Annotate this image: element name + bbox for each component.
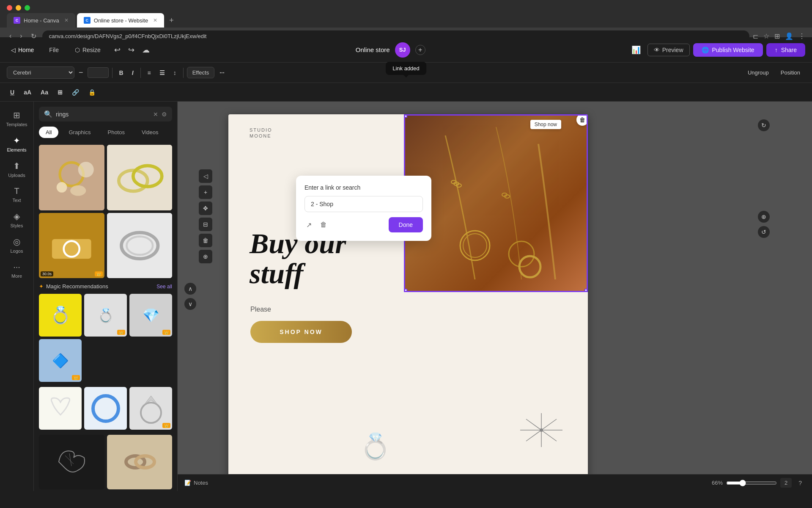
link-button[interactable]: 🔗 (69, 87, 82, 98)
font-size-input[interactable] (88, 67, 109, 78)
sidebar-item-text[interactable]: T Text (0, 183, 33, 206)
browser-tab-1[interactable]: C Home - Canva ✕ (7, 13, 75, 28)
sidebar-item-uploads[interactable]: ⬆ Uploads (0, 157, 33, 181)
sidebar-item-elements[interactable]: ✦ Elements (0, 132, 33, 156)
file-menu-button[interactable]: File (43, 44, 65, 56)
back-button[interactable]: ‹ (7, 30, 14, 41)
extension-icon[interactable]: ⊞ (774, 32, 780, 40)
maximize-traffic-light[interactable] (25, 5, 30, 11)
magic-item-1[interactable]: 💍 (39, 294, 82, 337)
profile-icon[interactable]: 👤 (785, 32, 793, 40)
add-page-button[interactable]: ⊕ (199, 250, 212, 263)
link-input-field[interactable] (304, 196, 423, 212)
filter-icon[interactable]: ⚙ (162, 111, 167, 118)
frame-button[interactable]: ⊟ (199, 218, 212, 231)
delete-link-button[interactable]: 🗑 (318, 219, 329, 231)
italic-button[interactable]: I (129, 67, 137, 78)
trash-button[interactable]: 🗑 (199, 234, 212, 247)
home-button[interactable]: ◁ Home (7, 44, 38, 56)
result-image-1[interactable] (39, 145, 104, 210)
search-input[interactable] (56, 111, 150, 118)
decrease-font-size[interactable]: − (76, 66, 86, 79)
spacing-dots-button[interactable]: ⊞ (54, 87, 66, 98)
zoom-in-button[interactable]: + (199, 185, 212, 199)
ungroup-button[interactable]: Ungroup (743, 67, 774, 78)
publish-button[interactable]: 🌐 Publish Website (693, 43, 763, 57)
new-tab-button[interactable]: + (166, 16, 177, 25)
effects-button[interactable]: Effects (187, 67, 215, 78)
help-button[interactable]: ? (795, 478, 805, 488)
close-traffic-light[interactable] (7, 5, 12, 11)
undo-button[interactable]: ↩ (111, 43, 124, 57)
jewelry-image[interactable]: Shop now 🗑 (404, 114, 588, 292)
resize-handle-br[interactable] (584, 289, 588, 292)
redo-button[interactable]: ↪ (125, 43, 138, 57)
result-image-3[interactable] (107, 213, 173, 279)
align-button[interactable]: ≡ (144, 67, 154, 78)
browser-tab-2[interactable]: C Online store - Website ✕ (77, 13, 164, 28)
cast-icon[interactable]: ⊏ (753, 32, 758, 40)
link-done-button[interactable]: Done (389, 217, 423, 232)
spacing-button[interactable]: ↕ (170, 67, 180, 78)
delete-element-button[interactable]: 🗑 (576, 114, 588, 126)
collapse-panel-button[interactable]: ◁ (199, 169, 212, 183)
underline-button[interactable]: U (7, 87, 18, 98)
case-button[interactable]: aA (20, 87, 35, 98)
shop-now-button[interactable]: SHOP NOW (250, 321, 352, 343)
user-avatar-button[interactable]: SJ (395, 42, 410, 58)
transform-button[interactable]: Aa (37, 87, 52, 98)
result-image-8[interactable] (107, 435, 173, 489)
more-options-button[interactable]: ··· (216, 67, 228, 78)
move-button[interactable]: ✥ (199, 202, 212, 215)
more-browser-icon[interactable]: ⋮ (798, 32, 805, 40)
position-button[interactable]: Position (776, 67, 805, 78)
reset-button[interactable]: ↺ (758, 226, 770, 238)
minimize-traffic-light[interactable] (16, 5, 21, 11)
resize-handle-tl[interactable] (404, 114, 407, 118)
sidebar-item-styles[interactable]: ◈ Styles (0, 208, 33, 232)
magic-item-4[interactable]: 🔷 👑 (39, 339, 82, 382)
sidebar-item-more[interactable]: ··· More (0, 259, 33, 282)
tab-photos[interactable]: Photos (101, 127, 131, 138)
forward-button[interactable]: › (17, 30, 25, 41)
sidebar-item-logos[interactable]: ◎ Logos (0, 233, 33, 257)
list-button[interactable]: ☰ (156, 67, 168, 78)
tab-all[interactable]: All (39, 127, 58, 138)
lock-button[interactable]: 🔒 (85, 87, 99, 98)
analytics-button[interactable]: 📊 (628, 43, 644, 57)
add-collaborator-button[interactable]: + (415, 45, 425, 55)
result-image-5[interactable] (84, 387, 127, 430)
share-button[interactable]: ↑ Share (766, 43, 805, 57)
font-family-select[interactable]: Cerebri (7, 66, 74, 79)
preview-button[interactable]: 👁 Preview (647, 44, 690, 56)
resize-button[interactable]: ⬡ Resize (70, 44, 106, 56)
magic-item-3[interactable]: 💎 👑 (129, 294, 172, 337)
shop-now-label[interactable]: Shop now (530, 120, 561, 129)
scroll-up-button[interactable]: ∧ (184, 283, 196, 295)
bookmark-icon[interactable]: ☆ (763, 32, 769, 40)
notes-button[interactable]: 📝 Notes (184, 480, 208, 486)
see-all-link[interactable]: See all (156, 284, 172, 290)
tab-close-1[interactable]: ✕ (64, 17, 69, 23)
tab-close-2[interactable]: ✕ (153, 17, 157, 23)
zoom-slider[interactable] (726, 480, 777, 486)
result-image-2[interactable] (107, 145, 173, 210)
sidebar-item-templates[interactable]: ⊞ Templates (0, 107, 33, 130)
rotate-button[interactable]: ↻ (758, 119, 770, 131)
expand-button[interactable]: ⊕ (758, 211, 770, 223)
resize-handle-bl[interactable] (404, 289, 407, 292)
tab-graphics[interactable]: Graphics (62, 127, 97, 138)
reload-button[interactable]: ↻ (28, 30, 39, 42)
magic-item-2[interactable]: 💍 👑 (84, 294, 127, 337)
cloud-save-button[interactable]: ☁ (139, 43, 153, 57)
open-link-button[interactable]: ↗ (304, 219, 313, 231)
search-clear-icon[interactable]: ✕ (153, 111, 158, 118)
result-image-7[interactable] (39, 435, 104, 489)
result-image-4[interactable] (39, 387, 82, 430)
page-indicator[interactable]: 2 (780, 478, 792, 488)
result-video-1[interactable]: 30.0s 👑 (39, 213, 104, 279)
result-image-6[interactable]: 👑 (129, 387, 172, 430)
bold-button[interactable]: B (116, 67, 127, 78)
please-text[interactable]: Please (250, 306, 271, 313)
tab-videos[interactable]: Videos (135, 127, 165, 138)
